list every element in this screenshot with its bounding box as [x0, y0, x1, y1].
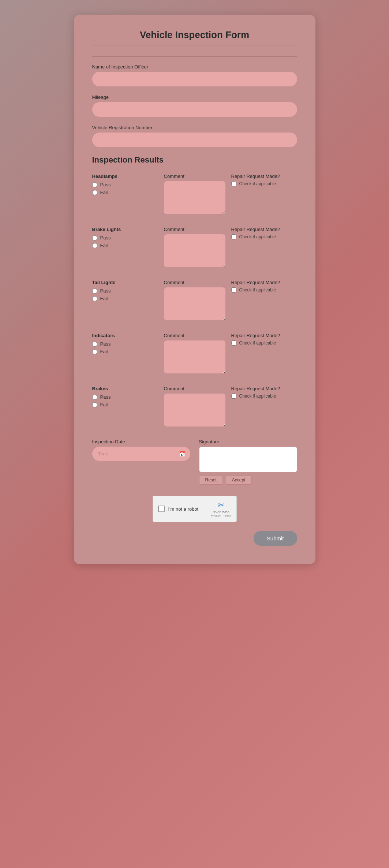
indicators-radio-group: Pass Fail [92, 341, 158, 354]
brakes-repair-label: Repair Request Made? [231, 386, 297, 391]
headlamps-repair-check-label[interactable]: Check if applicable [231, 181, 297, 186]
brakes-repair-col: Repair Request Made? Check if applicable [231, 386, 297, 399]
indicators-repair-checkbox[interactable] [231, 340, 236, 346]
reset-signature-button[interactable]: Reset [199, 475, 223, 485]
indicators-repair-label: Repair Request Made? [231, 333, 297, 338]
brake-lights-pass-radio[interactable] [92, 235, 97, 241]
tail-lights-repair-label: Repair Request Made? [231, 280, 297, 285]
tail-lights-comment-label: Comment [164, 280, 225, 285]
signature-buttons: Reset Accept [199, 475, 297, 485]
brakes-fail-label[interactable]: Fail [92, 402, 158, 407]
brakes-name: Brakes [92, 386, 158, 391]
brake-lights-pass-label[interactable]: Pass [92, 235, 158, 241]
bottom-row: Inspection Date 📅 Signature Reset Accept [92, 439, 297, 485]
indicators-comment-col: Comment [164, 333, 225, 375]
mileage-input[interactable] [92, 102, 297, 117]
tail-lights-fail-label[interactable]: Fail [92, 296, 158, 301]
mileage-label: Mileage [92, 94, 297, 100]
brake-lights-radio-group: Pass Fail [92, 235, 158, 248]
headlamps-fail-radio[interactable] [92, 190, 97, 195]
form-card: Vehicle Inspection Form Name of Inspecti… [74, 15, 315, 564]
registration-input[interactable] [92, 133, 297, 147]
indicators-pass-label[interactable]: Pass [92, 341, 158, 347]
date-label: Inspection Date [92, 439, 190, 444]
recaptcha-box[interactable]: I'm not a robot ✂ reCAPTCHA Privacy - Te… [153, 496, 237, 522]
tail-lights-left: Tail Lights Pass Fail [92, 280, 158, 301]
brakes-pass-label[interactable]: Pass [92, 394, 158, 400]
section-title: Inspection Results [92, 155, 297, 165]
accept-signature-button[interactable]: Accept [226, 475, 252, 485]
brake-lights-repair-col: Repair Request Made? Check if applicable [231, 227, 297, 239]
tail-lights-comment-textarea[interactable] [164, 287, 225, 320]
brake-lights-fail-radio[interactable] [92, 243, 97, 248]
brake-lights-comment-textarea[interactable] [164, 234, 225, 267]
tail-lights-pass-radio[interactable] [92, 288, 97, 294]
registration-field-group: Vehicle Registration Number [92, 125, 297, 147]
tail-lights-comment-col: Comment [164, 280, 225, 322]
brake-lights-repair-checkbox[interactable] [231, 234, 236, 239]
signature-col: Signature Reset Accept [199, 439, 297, 485]
indicators-pass-radio[interactable] [92, 342, 97, 347]
tail-lights-repair-checkbox[interactable] [231, 287, 236, 293]
indicators-fail-label[interactable]: Fail [92, 349, 158, 354]
brakes-pass-radio[interactable] [92, 395, 97, 400]
indicators-repair-col: Repair Request Made? Check if applicable [231, 333, 297, 346]
recaptcha-footer: Privacy - Terms [211, 514, 231, 517]
headlamps-fail-label[interactable]: Fail [92, 190, 158, 195]
indicators-comment-textarea[interactable] [164, 340, 225, 373]
recaptcha-checkbox[interactable] [158, 506, 165, 512]
brake-lights-repair-check-label[interactable]: Check if applicable [231, 234, 297, 239]
officer-field-group: Name of Inspection Officer [92, 64, 297, 86]
indicators-left: Indicators Pass Fail [92, 333, 158, 354]
tail-lights-radio-group: Pass Fail [92, 288, 158, 301]
signature-box[interactable] [199, 447, 297, 472]
brakes-radio-group: Pass Fail [92, 394, 158, 407]
date-col: Inspection Date 📅 [92, 439, 190, 461]
tail-lights-repair-col: Repair Request Made? Check if applicable [231, 280, 297, 293]
officer-input[interactable] [92, 72, 297, 86]
recaptcha-wrapper: I'm not a robot ✂ reCAPTCHA Privacy - Te… [92, 496, 297, 522]
headlamps-comment-label: Comment [164, 174, 225, 179]
officer-label: Name of Inspection Officer [92, 64, 297, 70]
recaptcha-icon: ✂ [218, 500, 224, 510]
brakes-comment-textarea[interactable] [164, 394, 225, 426]
submit-button[interactable]: Submit [254, 531, 297, 546]
submit-row: Submit [92, 531, 297, 546]
headlamps-left: Headlamps Pass Fail [92, 174, 158, 195]
recaptcha-brand: reCAPTCHA [213, 510, 229, 513]
headlamps-repair-checkbox[interactable] [231, 181, 236, 186]
indicators-fail-radio[interactable] [92, 349, 97, 354]
brakes-fail-radio[interactable] [92, 402, 97, 407]
inspection-item-indicators: Indicators Pass Fail Comment Repair Requ… [92, 333, 297, 375]
inspection-item-tail-lights: Tail Lights Pass Fail Comment Repair Req… [92, 280, 297, 322]
brakes-left: Brakes Pass Fail [92, 386, 158, 407]
tail-lights-pass-label[interactable]: Pass [92, 288, 158, 294]
brake-lights-repair-label: Repair Request Made? [231, 227, 297, 232]
headlamps-radio-group: Pass Fail [92, 182, 158, 195]
inspection-item-headlamps: Headlamps Pass Fail Comment Repair Reque… [92, 174, 297, 216]
tail-lights-fail-radio[interactable] [92, 296, 97, 301]
brake-lights-comment-col: Comment [164, 227, 225, 269]
mileage-field-group: Mileage [92, 94, 297, 117]
headlamps-name: Headlamps [92, 174, 158, 179]
brake-lights-name: Brake Lights [92, 227, 158, 232]
headlamps-comment-textarea[interactable] [164, 181, 225, 214]
indicators-repair-check-label[interactable]: Check if applicable [231, 340, 297, 346]
title-divider [92, 56, 297, 57]
brake-lights-left: Brake Lights Pass Fail [92, 227, 158, 248]
brakes-repair-checkbox[interactable] [231, 394, 236, 399]
brake-lights-comment-label: Comment [164, 227, 225, 232]
indicators-comment-label: Comment [164, 333, 225, 338]
inspection-item-brake-lights: Brake Lights Pass Fail Comment Repair Re… [92, 227, 297, 269]
brakes-repair-check-label[interactable]: Check if applicable [231, 394, 297, 399]
headlamps-comment-col: Comment [164, 174, 225, 216]
recaptcha-text: I'm not a robot [168, 506, 199, 512]
brake-lights-fail-label[interactable]: Fail [92, 243, 158, 248]
headlamps-pass-label[interactable]: Pass [92, 182, 158, 187]
form-title: Vehicle Inspection Form [92, 29, 297, 45]
headlamps-pass-radio[interactable] [92, 182, 97, 187]
inspection-item-brakes: Brakes Pass Fail Comment Repair Request … [92, 386, 297, 428]
date-input[interactable] [92, 447, 190, 461]
tail-lights-repair-check-label[interactable]: Check if applicable [231, 287, 297, 293]
indicators-name: Indicators [92, 333, 158, 338]
